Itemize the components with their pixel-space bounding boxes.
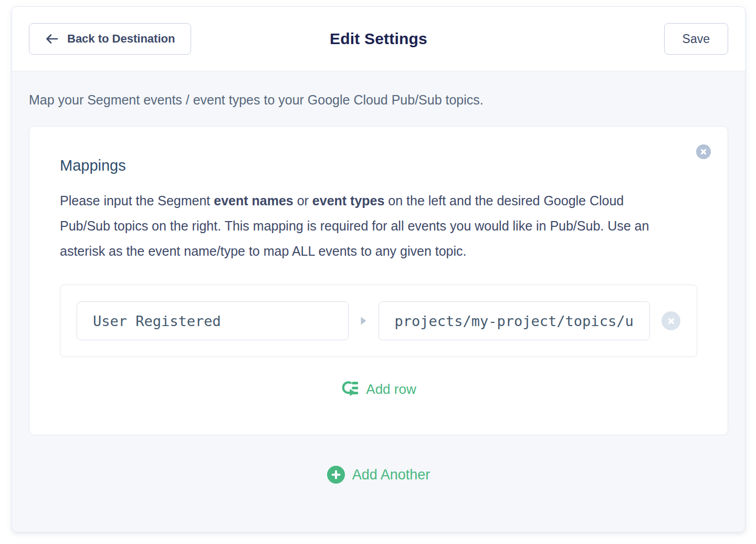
x-icon: [699, 148, 708, 156]
arrow-right-icon: [360, 316, 367, 326]
desc-bold-event-names: event names: [214, 193, 293, 208]
card-close-icon[interactable]: [696, 144, 711, 159]
x-icon: [667, 317, 676, 326]
panel-body: Map your Segment events / event types to…: [12, 71, 745, 484]
page-title: Edit Settings: [330, 30, 427, 48]
desc-bold-event-types: event types: [312, 193, 385, 208]
plus-icon: [327, 466, 345, 484]
back-to-destination-button[interactable]: Back to Destination: [29, 23, 191, 55]
desc-part: Please input the Segment: [60, 193, 214, 208]
event-name-input[interactable]: [77, 301, 349, 340]
add-row-label: Add row: [366, 381, 416, 397]
add-row-icon: [341, 380, 359, 398]
add-another-button[interactable]: Add Another: [327, 466, 430, 484]
intro-text: Map your Segment events / event types to…: [29, 92, 728, 108]
add-row-button[interactable]: Add row: [341, 380, 416, 398]
desc-part: or: [293, 193, 312, 208]
mapping-row: [60, 285, 697, 357]
save-button[interactable]: Save: [664, 23, 728, 55]
mappings-card: Mappings Please input the Segment event …: [29, 126, 728, 435]
mappings-title: Mappings: [60, 157, 697, 174]
mappings-description: Please input the Segment event names or …: [60, 188, 674, 264]
settings-panel: Back to Destination Edit Settings Save M…: [12, 6, 746, 532]
header: Back to Destination Edit Settings Save: [12, 7, 745, 71]
back-button-label: Back to Destination: [67, 32, 175, 46]
back-arrow-icon: [45, 32, 59, 46]
topic-input[interactable]: [379, 301, 650, 340]
add-another-label: Add Another: [352, 467, 430, 483]
remove-row-icon[interactable]: [662, 311, 680, 330]
